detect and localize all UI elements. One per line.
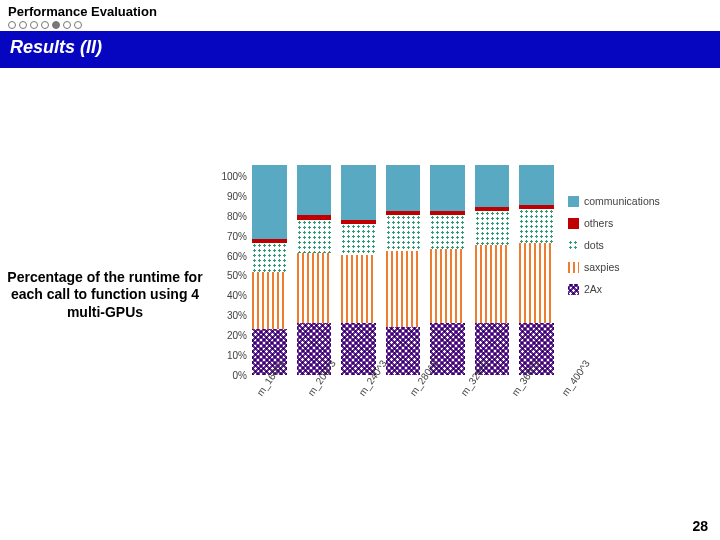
progress-dot bbox=[19, 21, 27, 29]
y-axis: 0%10%20%30%40%50%60%70%80%90%100% bbox=[210, 165, 250, 375]
section-title: Performance Evaluation bbox=[8, 4, 712, 19]
legend-label: saxpies bbox=[584, 261, 620, 273]
bar bbox=[519, 165, 554, 375]
header-bar: Performance Evaluation bbox=[0, 0, 720, 31]
legend-swatch bbox=[568, 218, 579, 229]
y-tick: 40% bbox=[210, 290, 250, 301]
chart-caption: Percentage of the runtime for each call … bbox=[0, 269, 210, 322]
progress-dot bbox=[52, 21, 60, 29]
x-axis: m_160^3m_200^3m_240^3m_280^3m_320^3m_360… bbox=[252, 377, 554, 435]
legend-label: communications bbox=[584, 195, 660, 207]
y-tick: 50% bbox=[210, 270, 250, 281]
bar-segment-sax bbox=[475, 245, 510, 323]
progress-dots bbox=[8, 21, 712, 29]
y-tick: 80% bbox=[210, 210, 250, 221]
stacked-bar-chart: 0%10%20%30%40%50%60%70%80%90%100% m_160^… bbox=[210, 155, 560, 435]
legend: communicationsothersdotssaxpies2Ax bbox=[568, 155, 688, 305]
bar-segment-com bbox=[430, 165, 465, 211]
legend-item: dots bbox=[568, 239, 688, 251]
bar-segment-dots bbox=[297, 220, 332, 254]
bar-segment-2ax bbox=[386, 327, 421, 375]
bar bbox=[475, 165, 510, 375]
progress-dot bbox=[41, 21, 49, 29]
bar-segment-com bbox=[475, 165, 510, 207]
legend-label: dots bbox=[584, 239, 604, 251]
y-tick: 60% bbox=[210, 250, 250, 261]
bar-segment-dots bbox=[430, 215, 465, 249]
legend-item: others bbox=[568, 217, 688, 229]
slide-body: Percentage of the runtime for each call … bbox=[0, 80, 720, 510]
bar-segment-sax bbox=[297, 253, 332, 322]
legend-label: others bbox=[584, 217, 613, 229]
legend-item: 2Ax bbox=[568, 283, 688, 295]
bar-segment-dots bbox=[386, 215, 421, 251]
legend-item: communications bbox=[568, 195, 688, 207]
bar-segment-dots bbox=[475, 211, 510, 245]
bar bbox=[252, 165, 287, 375]
legend-swatch bbox=[568, 240, 579, 251]
y-tick: 70% bbox=[210, 230, 250, 241]
bar-segment-2ax bbox=[341, 323, 376, 376]
slide-title: Results (II) bbox=[10, 37, 710, 58]
legend-swatch bbox=[568, 196, 579, 207]
bar-segment-com bbox=[341, 165, 376, 220]
slide: Performance Evaluation Results (II) Perc… bbox=[0, 0, 720, 540]
y-tick: 30% bbox=[210, 310, 250, 321]
progress-dot bbox=[30, 21, 38, 29]
legend-label: 2Ax bbox=[584, 283, 602, 295]
y-tick: 10% bbox=[210, 350, 250, 361]
bar-segment-com bbox=[297, 165, 332, 215]
bar-segment-com bbox=[386, 165, 421, 211]
y-tick: 0% bbox=[210, 369, 250, 380]
bar-segment-com bbox=[252, 165, 287, 239]
bar-segment-sax bbox=[430, 249, 465, 323]
legend-swatch bbox=[568, 284, 579, 295]
y-tick: 20% bbox=[210, 330, 250, 341]
progress-dot bbox=[8, 21, 16, 29]
bar bbox=[297, 165, 332, 375]
page-number: 28 bbox=[692, 518, 708, 534]
progress-dot bbox=[74, 21, 82, 29]
legend-swatch bbox=[568, 262, 579, 273]
x-tick: m_400^3 bbox=[560, 358, 592, 398]
bar-segment-com bbox=[519, 165, 554, 205]
bar bbox=[430, 165, 465, 375]
title-band: Results (II) bbox=[0, 31, 720, 68]
bar-segment-sax bbox=[519, 243, 554, 323]
plot-area bbox=[252, 165, 554, 375]
bar-segment-dots bbox=[519, 209, 554, 243]
legend-item: saxpies bbox=[568, 261, 688, 273]
y-tick: 90% bbox=[210, 190, 250, 201]
bar-segment-dots bbox=[252, 243, 287, 272]
progress-dot bbox=[63, 21, 71, 29]
y-tick: 100% bbox=[210, 171, 250, 182]
bar bbox=[386, 165, 421, 375]
bar bbox=[341, 165, 376, 375]
chart-wrap: 0%10%20%30%40%50%60%70%80%90%100% m_160^… bbox=[210, 155, 720, 435]
bar-segment-dots bbox=[341, 224, 376, 256]
bar-segment-sax bbox=[252, 272, 287, 329]
bar-segment-sax bbox=[386, 251, 421, 327]
bar-segment-sax bbox=[341, 255, 376, 322]
